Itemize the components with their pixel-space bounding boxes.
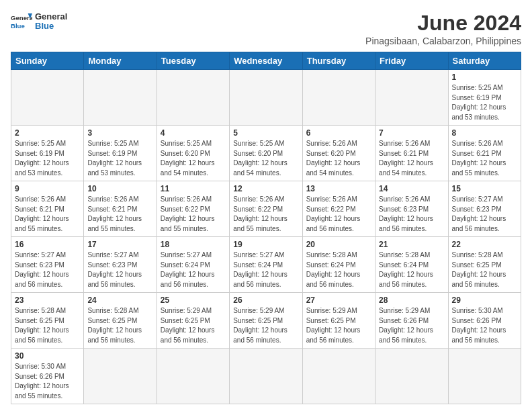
day-info: Sunrise: 5:26 AM Sunset: 6:22 PM Dayligh… xyxy=(161,195,226,234)
day-info: Sunrise: 5:26 AM Sunset: 6:22 PM Dayligh… xyxy=(233,195,298,234)
calendar-cell: 18Sunrise: 5:27 AM Sunset: 6:24 PM Dayli… xyxy=(157,237,229,293)
days-header-row: SundayMondayTuesdayWednesdayThursdayFrid… xyxy=(11,52,521,70)
day-number: 5 xyxy=(233,128,298,138)
calendar-cell: 5Sunrise: 5:25 AM Sunset: 6:20 PM Daylig… xyxy=(230,126,302,181)
day-number: 13 xyxy=(306,184,371,193)
logo-general-text: General xyxy=(35,12,67,21)
logo-icon: General Blue xyxy=(11,11,32,32)
calendar-cell: 2Sunrise: 5:25 AM Sunset: 6:19 PM Daylig… xyxy=(11,126,84,181)
day-info: Sunrise: 5:25 AM Sunset: 6:19 PM Dayligh… xyxy=(452,83,517,122)
day-number: 10 xyxy=(87,184,152,193)
day-number: 1 xyxy=(452,73,517,82)
calendar-cell: 1Sunrise: 5:25 AM Sunset: 6:19 PM Daylig… xyxy=(448,70,521,126)
calendar-cell xyxy=(230,349,302,404)
calendar-cell: 23Sunrise: 5:28 AM Sunset: 6:25 PM Dayli… xyxy=(11,293,84,349)
day-info: Sunrise: 5:27 AM Sunset: 6:24 PM Dayligh… xyxy=(233,250,298,289)
day-info: Sunrise: 5:26 AM Sunset: 6:23 PM Dayligh… xyxy=(379,195,444,234)
calendar-cell xyxy=(11,70,84,126)
calendar-cell: 29Sunrise: 5:30 AM Sunset: 6:26 PM Dayli… xyxy=(448,293,521,349)
calendar-cell: 25Sunrise: 5:29 AM Sunset: 6:25 PM Dayli… xyxy=(157,293,229,349)
calendar-cell: 3Sunrise: 5:25 AM Sunset: 6:19 PM Daylig… xyxy=(84,126,157,181)
calendar-cell: 28Sunrise: 5:29 AM Sunset: 6:26 PM Dayli… xyxy=(375,293,448,349)
day-info: Sunrise: 5:27 AM Sunset: 6:24 PM Dayligh… xyxy=(161,250,226,289)
day-number: 20 xyxy=(306,240,371,249)
calendar-cell: 6Sunrise: 5:26 AM Sunset: 6:20 PM Daylig… xyxy=(302,126,375,181)
day-info: Sunrise: 5:27 AM Sunset: 6:23 PM Dayligh… xyxy=(452,195,517,234)
logo-blue-text: Blue xyxy=(35,21,67,31)
calendar-cell: 17Sunrise: 5:27 AM Sunset: 6:23 PM Dayli… xyxy=(84,237,157,293)
day-number: 29 xyxy=(452,295,517,305)
week-row-3: 9Sunrise: 5:26 AM Sunset: 6:21 PM Daylig… xyxy=(11,181,521,237)
day-info: Sunrise: 5:26 AM Sunset: 6:20 PM Dayligh… xyxy=(306,139,371,178)
calendar-cell: 7Sunrise: 5:26 AM Sunset: 6:21 PM Daylig… xyxy=(375,126,448,181)
day-info: Sunrise: 5:29 AM Sunset: 6:25 PM Dayligh… xyxy=(233,306,298,345)
day-info: Sunrise: 5:27 AM Sunset: 6:23 PM Dayligh… xyxy=(87,250,152,289)
day-number: 22 xyxy=(452,240,517,249)
day-number: 26 xyxy=(233,295,298,305)
day-header-monday: Monday xyxy=(84,52,157,70)
day-info: Sunrise: 5:26 AM Sunset: 6:21 PM Dayligh… xyxy=(452,139,517,178)
day-header-thursday: Thursday xyxy=(302,52,375,70)
calendar-cell: 15Sunrise: 5:27 AM Sunset: 6:23 PM Dayli… xyxy=(448,181,521,237)
day-info: Sunrise: 5:28 AM Sunset: 6:24 PM Dayligh… xyxy=(306,250,371,289)
day-number: 27 xyxy=(306,295,371,305)
day-info: Sunrise: 5:25 AM Sunset: 6:20 PM Dayligh… xyxy=(161,139,226,178)
day-number: 21 xyxy=(379,240,444,249)
logo: General Blue General Blue xyxy=(11,11,67,32)
day-number: 25 xyxy=(161,295,226,305)
day-info: Sunrise: 5:26 AM Sunset: 6:21 PM Dayligh… xyxy=(379,139,444,178)
day-header-sunday: Sunday xyxy=(11,52,84,70)
calendar-cell xyxy=(375,70,448,126)
day-info: Sunrise: 5:27 AM Sunset: 6:23 PM Dayligh… xyxy=(15,250,80,289)
day-info: Sunrise: 5:25 AM Sunset: 6:19 PM Dayligh… xyxy=(15,139,80,178)
calendar-cell xyxy=(84,349,157,404)
day-number: 18 xyxy=(161,240,226,249)
day-info: Sunrise: 5:28 AM Sunset: 6:24 PM Dayligh… xyxy=(379,250,444,289)
page-header: General Blue General Blue June 2024 Pina… xyxy=(11,11,521,46)
day-header-friday: Friday xyxy=(375,52,448,70)
day-number: 3 xyxy=(87,128,152,138)
calendar-cell: 24Sunrise: 5:28 AM Sunset: 6:25 PM Dayli… xyxy=(84,293,157,349)
calendar-cell xyxy=(302,349,375,404)
calendar-cell: 12Sunrise: 5:26 AM Sunset: 6:22 PM Dayli… xyxy=(230,181,302,237)
calendar-cell: 9Sunrise: 5:26 AM Sunset: 6:21 PM Daylig… xyxy=(11,181,84,237)
day-info: Sunrise: 5:25 AM Sunset: 6:19 PM Dayligh… xyxy=(87,139,152,178)
calendar-cell: 21Sunrise: 5:28 AM Sunset: 6:24 PM Dayli… xyxy=(375,237,448,293)
day-info: Sunrise: 5:25 AM Sunset: 6:20 PM Dayligh… xyxy=(233,139,298,178)
calendar-cell: 20Sunrise: 5:28 AM Sunset: 6:24 PM Dayli… xyxy=(302,237,375,293)
calendar-cell: 13Sunrise: 5:26 AM Sunset: 6:22 PM Dayli… xyxy=(302,181,375,237)
day-number: 16 xyxy=(15,240,80,249)
day-info: Sunrise: 5:29 AM Sunset: 6:26 PM Dayligh… xyxy=(379,306,444,345)
day-number: 19 xyxy=(233,240,298,249)
calendar-cell xyxy=(375,349,448,404)
calendar-cell xyxy=(157,349,229,404)
week-row-5: 23Sunrise: 5:28 AM Sunset: 6:25 PM Dayli… xyxy=(11,293,521,349)
day-number: 9 xyxy=(15,184,80,193)
day-number: 8 xyxy=(452,128,517,138)
day-number: 15 xyxy=(452,184,517,193)
week-row-4: 16Sunrise: 5:27 AM Sunset: 6:23 PM Dayli… xyxy=(11,237,521,293)
day-number: 24 xyxy=(87,295,152,305)
day-number: 30 xyxy=(15,351,80,361)
day-info: Sunrise: 5:26 AM Sunset: 6:22 PM Dayligh… xyxy=(306,195,371,234)
day-info: Sunrise: 5:29 AM Sunset: 6:25 PM Dayligh… xyxy=(161,306,226,345)
calendar-cell: 16Sunrise: 5:27 AM Sunset: 6:23 PM Dayli… xyxy=(11,237,84,293)
week-row-6: 30Sunrise: 5:30 AM Sunset: 6:26 PM Dayli… xyxy=(11,349,521,404)
day-number: 2 xyxy=(15,128,80,138)
day-number: 28 xyxy=(379,295,444,305)
calendar-cell xyxy=(84,70,157,126)
calendar-cell: 19Sunrise: 5:27 AM Sunset: 6:24 PM Dayli… xyxy=(230,237,302,293)
calendar-cell: 14Sunrise: 5:26 AM Sunset: 6:23 PM Dayli… xyxy=(375,181,448,237)
calendar-cell xyxy=(230,70,302,126)
calendar-cell: 4Sunrise: 5:25 AM Sunset: 6:20 PM Daylig… xyxy=(157,126,229,181)
calendar-cell xyxy=(157,70,229,126)
day-info: Sunrise: 5:28 AM Sunset: 6:25 PM Dayligh… xyxy=(87,306,152,345)
day-number: 7 xyxy=(379,128,444,138)
calendar-cell: 26Sunrise: 5:29 AM Sunset: 6:25 PM Dayli… xyxy=(230,293,302,349)
day-number: 6 xyxy=(306,128,371,138)
calendar-cell: 11Sunrise: 5:26 AM Sunset: 6:22 PM Dayli… xyxy=(157,181,229,237)
day-number: 23 xyxy=(15,295,80,305)
calendar-cell: 22Sunrise: 5:28 AM Sunset: 6:25 PM Dayli… xyxy=(448,237,521,293)
title-block: June 2024 Pinagsibaan, Calabarzon, Phili… xyxy=(365,11,521,46)
calendar-cell: 30Sunrise: 5:30 AM Sunset: 6:26 PM Dayli… xyxy=(11,349,84,404)
